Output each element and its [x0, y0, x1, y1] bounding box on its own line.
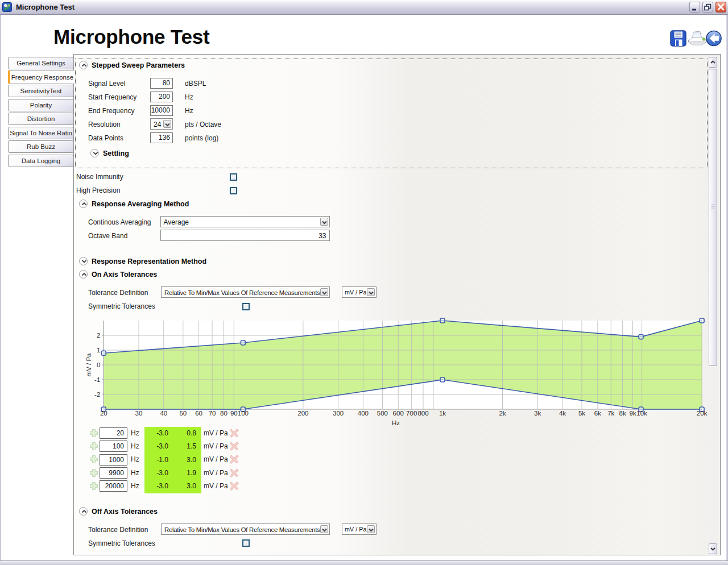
svg-text:50: 50	[179, 410, 187, 417]
svg-text:1k: 1k	[439, 410, 446, 417]
svg-text:90: 90	[230, 410, 238, 417]
svg-text:Hz: Hz	[392, 419, 400, 426]
svg-text:3k: 3k	[534, 410, 541, 417]
svg-text:400: 400	[358, 410, 369, 417]
svg-text:9k: 9k	[629, 410, 636, 417]
svg-text:6k: 6k	[594, 410, 601, 417]
svg-text:700: 700	[406, 410, 417, 417]
svg-text:8k: 8k	[619, 410, 626, 417]
svg-text:200: 200	[297, 410, 308, 417]
svg-text:2: 2	[97, 332, 100, 339]
svg-text:-2: -2	[94, 391, 100, 398]
svg-text:4k: 4k	[559, 410, 566, 417]
svg-text:100: 100	[238, 410, 249, 417]
svg-text:600: 600	[393, 410, 404, 417]
svg-text:60: 60	[195, 410, 202, 417]
svg-text:mV / Pa: mV / Pa	[85, 353, 92, 377]
svg-text:800: 800	[417, 410, 428, 417]
svg-text:70: 70	[209, 410, 216, 417]
svg-text:20k: 20k	[697, 410, 708, 417]
svg-text:2k: 2k	[499, 410, 506, 417]
svg-text:40: 40	[160, 410, 167, 417]
svg-text:300: 300	[333, 410, 344, 417]
svg-text:-1: -1	[94, 376, 100, 383]
svg-text:7k: 7k	[607, 410, 614, 417]
svg-text:30: 30	[135, 410, 143, 417]
svg-text:0: 0	[97, 362, 100, 368]
svg-text:20: 20	[100, 410, 107, 417]
svg-text:500: 500	[377, 410, 388, 417]
svg-text:80: 80	[220, 410, 228, 417]
svg-text:10k: 10k	[636, 410, 647, 417]
svg-text:5k: 5k	[578, 410, 585, 417]
svg-text:1: 1	[97, 347, 100, 354]
